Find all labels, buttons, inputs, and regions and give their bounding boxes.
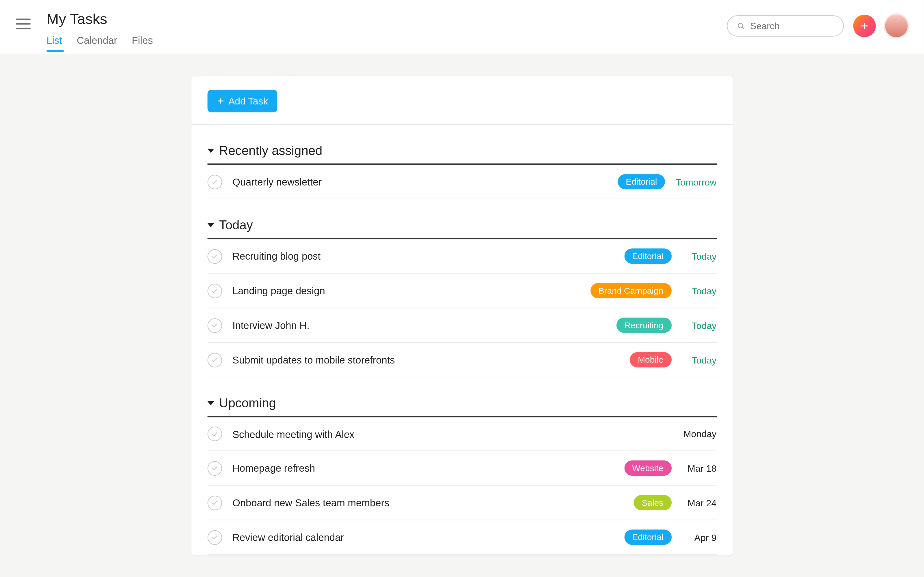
task-row[interactable]: Interview John H.RecruitingToday bbox=[207, 308, 716, 343]
view-tabs: List Calendar Files bbox=[47, 35, 153, 52]
task-name: Schedule meeting with Alex bbox=[233, 428, 671, 439]
task-due: Today bbox=[682, 251, 717, 261]
check-icon bbox=[211, 178, 218, 185]
search-input[interactable] bbox=[750, 21, 834, 31]
tab-files[interactable]: Files bbox=[132, 35, 153, 52]
add-task-button[interactable]: Add Task bbox=[207, 90, 277, 112]
topbar: My Tasks List Calendar Files bbox=[0, 0, 924, 55]
section-title: Upcoming bbox=[219, 396, 276, 411]
task-due: Mar 24 bbox=[682, 497, 717, 508]
title-block: My Tasks List Calendar Files bbox=[47, 11, 153, 51]
task-row[interactable]: Landing page designBrand CampaignToday bbox=[207, 274, 716, 308]
add-task-label: Add Task bbox=[228, 96, 268, 106]
complete-checkbox[interactable] bbox=[207, 530, 222, 545]
task-row[interactable]: Submit updates to mobile storefrontsMobi… bbox=[207, 343, 716, 377]
avatar[interactable] bbox=[885, 15, 908, 37]
task-name: Onboard new Sales team members bbox=[233, 497, 623, 508]
page-title: My Tasks bbox=[47, 11, 153, 28]
svg-point-0 bbox=[738, 23, 743, 28]
topbar-right bbox=[727, 15, 908, 37]
tab-list[interactable]: List bbox=[47, 35, 62, 52]
search-icon bbox=[737, 21, 745, 31]
task-due: Today bbox=[682, 320, 717, 330]
caret-down-icon[interactable] bbox=[207, 401, 214, 405]
task-name: Recruiting blog post bbox=[233, 250, 614, 262]
task-name: Interview John H. bbox=[233, 320, 606, 331]
task-due: Monday bbox=[682, 429, 717, 439]
section: TodayRecruiting blog postEditorialTodayL… bbox=[191, 199, 733, 377]
task-due: Today bbox=[682, 355, 717, 365]
task-tag[interactable]: Sales bbox=[634, 495, 671, 510]
task-row[interactable]: Schedule meeting with AlexMonday bbox=[207, 417, 716, 451]
section-title: Recently assigned bbox=[219, 143, 323, 158]
check-icon bbox=[211, 253, 218, 259]
complete-checkbox[interactable] bbox=[207, 174, 222, 189]
task-due: Tomorrow bbox=[676, 176, 717, 187]
task-tag[interactable]: Recruiting bbox=[617, 318, 671, 333]
task-name: Submit updates to mobile storefronts bbox=[233, 354, 619, 365]
task-tag[interactable]: Editorial bbox=[624, 529, 671, 545]
caret-down-icon[interactable] bbox=[207, 223, 214, 227]
search-box[interactable] bbox=[727, 15, 844, 37]
check-icon bbox=[211, 533, 218, 541]
complete-checkbox[interactable] bbox=[207, 461, 222, 475]
complete-checkbox[interactable] bbox=[207, 249, 222, 263]
check-icon bbox=[211, 287, 218, 294]
task-name: Homepage refresh bbox=[233, 463, 614, 474]
complete-checkbox[interactable] bbox=[207, 495, 222, 510]
task-row[interactable]: Onboard new Sales team membersSalesMar 2… bbox=[207, 485, 716, 520]
plus-icon bbox=[860, 21, 869, 31]
task-tag[interactable]: Brand Campaign bbox=[591, 283, 671, 298]
check-icon bbox=[211, 322, 218, 329]
task-tag[interactable]: Editorial bbox=[618, 174, 665, 189]
section: UpcomingSchedule meeting with AlexMonday… bbox=[191, 377, 733, 555]
task-tag[interactable]: Mobile bbox=[630, 352, 671, 367]
task-name: Landing page design bbox=[233, 285, 580, 296]
check-icon bbox=[211, 430, 218, 437]
section-title: Today bbox=[219, 218, 253, 232]
complete-checkbox[interactable] bbox=[207, 318, 222, 333]
complete-checkbox[interactable] bbox=[207, 283, 222, 298]
task-row[interactable]: Quarterly newsletterEditorialTomorrow bbox=[207, 165, 716, 199]
section: Recently assignedQuarterly newsletterEdi… bbox=[191, 125, 733, 199]
task-row[interactable]: Homepage refreshWebsiteMar 18 bbox=[207, 451, 716, 486]
menu-icon[interactable] bbox=[16, 18, 31, 29]
check-icon bbox=[211, 356, 218, 363]
svg-line-1 bbox=[742, 27, 744, 29]
task-row[interactable]: Review editorial calendarEditorialApr 9 bbox=[207, 520, 716, 555]
task-row[interactable]: Recruiting blog postEditorialToday bbox=[207, 239, 716, 274]
task-tag[interactable]: Website bbox=[624, 461, 671, 476]
tab-calendar[interactable]: Calendar bbox=[77, 35, 117, 52]
complete-checkbox[interactable] bbox=[207, 353, 222, 367]
task-card: Add Task Recently assignedQuarterly news… bbox=[191, 76, 733, 555]
caret-down-icon[interactable] bbox=[207, 149, 214, 153]
plus-icon bbox=[216, 97, 225, 105]
complete-checkbox[interactable] bbox=[207, 427, 222, 442]
task-tag[interactable]: Editorial bbox=[624, 248, 671, 264]
task-due: Today bbox=[682, 285, 717, 296]
check-icon bbox=[211, 499, 218, 506]
task-due: Mar 18 bbox=[682, 463, 717, 474]
section-header[interactable]: Upcoming bbox=[207, 377, 716, 417]
section-header[interactable]: Recently assigned bbox=[207, 125, 716, 165]
task-name: Review editorial calendar bbox=[233, 532, 614, 543]
task-name: Quarterly newsletter bbox=[233, 176, 607, 187]
global-add-button[interactable] bbox=[853, 15, 876, 37]
task-due: Apr 9 bbox=[682, 532, 717, 543]
check-icon bbox=[211, 464, 218, 472]
section-header[interactable]: Today bbox=[207, 199, 716, 239]
